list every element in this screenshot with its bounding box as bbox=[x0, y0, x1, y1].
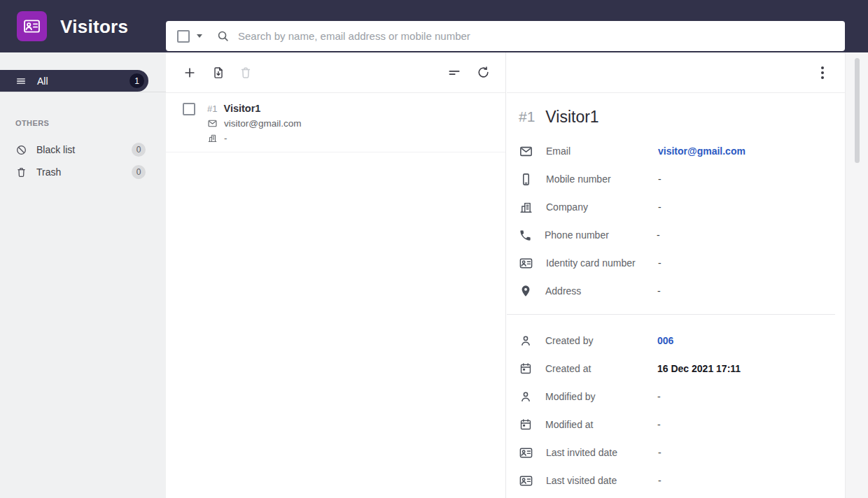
sidebar-item-trash[interactable]: Trash 0 bbox=[0, 161, 166, 183]
calendar-icon bbox=[519, 362, 533, 376]
calendar-icon bbox=[519, 418, 533, 432]
sidebar-item-label: All bbox=[37, 76, 48, 87]
detail-field-identity-card: Identity card number - bbox=[519, 249, 835, 277]
company-icon bbox=[207, 133, 218, 143]
detail-field-last-visited: Last visited date - bbox=[519, 467, 835, 495]
add-visitor-button[interactable] bbox=[183, 66, 197, 80]
visitor-list-panel: #1 Visitor1 visitor@gmail.com - bbox=[166, 52, 506, 498]
list-toolbar bbox=[166, 52, 505, 93]
list-menu-icon bbox=[15, 76, 27, 87]
field-value: - bbox=[657, 391, 661, 402]
field-value: - bbox=[657, 419, 661, 430]
email-icon bbox=[519, 144, 533, 159]
field-value-email[interactable]: visitor@gmail.com bbox=[658, 145, 746, 157]
field-label: Created by bbox=[545, 335, 657, 346]
field-label: Modified at bbox=[545, 419, 657, 430]
field-label: Mobile number bbox=[546, 173, 658, 185]
field-label: Last invited date bbox=[546, 447, 658, 458]
detail-toolbar bbox=[507, 52, 845, 93]
refresh-button[interactable] bbox=[477, 66, 490, 79]
field-value: - bbox=[658, 475, 662, 486]
field-label: Company bbox=[546, 201, 658, 213]
field-label: Phone number bbox=[545, 229, 657, 241]
field-value: - bbox=[657, 229, 660, 241]
id-card-icon bbox=[519, 446, 533, 460]
page-title: Visitors bbox=[60, 15, 128, 37]
sidebar: All 1 OTHERS Black list 0 Trash 0 bbox=[0, 52, 166, 498]
visitor-list-item[interactable]: #1 Visitor1 visitor@gmail.com - bbox=[166, 93, 505, 152]
company-icon bbox=[519, 200, 533, 215]
detail-group-divider bbox=[507, 314, 835, 315]
detail-field-email: Email visitor@gmail.com bbox=[519, 137, 835, 165]
detail-field-last-invited: Last invited date - bbox=[519, 439, 835, 467]
field-label: Address bbox=[545, 285, 657, 297]
count-badge: 0 bbox=[132, 165, 146, 179]
scrollbar-thumb[interactable] bbox=[855, 58, 860, 163]
top-header: Visitors bbox=[0, 0, 868, 52]
detail-index: #1 bbox=[519, 108, 535, 125]
import-button[interactable] bbox=[211, 66, 225, 80]
search-icon bbox=[216, 29, 230, 43]
visitor-detail-panel: #1 Visitor1 Email visitor@gmail.com Mobi… bbox=[507, 52, 845, 498]
detail-field-mobile: Mobile number - bbox=[519, 165, 835, 193]
app-logo bbox=[17, 11, 47, 41]
person-icon bbox=[519, 334, 533, 348]
field-label: Identity card number bbox=[546, 257, 658, 269]
search-input[interactable] bbox=[238, 30, 835, 42]
field-label: Modified by bbox=[545, 391, 657, 402]
sidebar-section-label: OTHERS bbox=[15, 119, 166, 127]
row-company: - bbox=[224, 133, 227, 143]
detail-field-created-by: Created by 006 bbox=[519, 327, 835, 355]
field-value: 16 Dec 2021 17:11 bbox=[657, 363, 741, 374]
trash-icon bbox=[15, 166, 27, 178]
field-value: - bbox=[658, 257, 662, 269]
sidebar-item-black-list[interactable]: Black list 0 bbox=[0, 138, 166, 161]
scrollbar-track bbox=[845, 52, 868, 498]
sort-button[interactable] bbox=[447, 66, 461, 80]
field-label: Created at bbox=[545, 363, 657, 374]
delete-button[interactable] bbox=[239, 66, 253, 80]
detail-field-company: Company - bbox=[519, 193, 835, 221]
detail-visitor-name: Visitor1 bbox=[545, 108, 598, 127]
email-icon bbox=[207, 118, 218, 129]
field-label: Email bbox=[546, 145, 658, 157]
sidebar-divider bbox=[0, 92, 166, 92]
sidebar-item-label: Black list bbox=[36, 144, 75, 155]
field-value: - bbox=[657, 285, 661, 297]
field-value: - bbox=[658, 447, 662, 458]
row-index: #1 bbox=[207, 104, 217, 114]
detail-field-phone: Phone number - bbox=[519, 221, 835, 249]
detail-field-address: Address - bbox=[519, 277, 835, 305]
field-value-created-by[interactable]: 006 bbox=[657, 335, 673, 346]
contact-card-icon bbox=[22, 17, 41, 36]
count-badge: 0 bbox=[132, 143, 146, 157]
row-email: visitor@gmail.com bbox=[224, 118, 301, 129]
phone-icon bbox=[519, 229, 532, 242]
detail-title: #1 Visitor1 bbox=[519, 103, 835, 131]
mobile-icon bbox=[519, 172, 533, 187]
detail-field-modified-by: Modified by - bbox=[519, 383, 835, 411]
block-icon bbox=[15, 144, 27, 156]
detail-field-created-at: Created at 16 Dec 2021 17:11 bbox=[519, 355, 835, 383]
person-icon bbox=[519, 390, 533, 404]
id-card-icon bbox=[519, 256, 533, 271]
row-checkbox[interactable] bbox=[183, 103, 195, 115]
select-all-checkbox[interactable] bbox=[177, 30, 190, 43]
field-label: Last visited date bbox=[546, 475, 658, 486]
more-actions-button[interactable] bbox=[818, 64, 827, 82]
detail-field-modified-at: Modified at - bbox=[519, 411, 835, 439]
field-value: - bbox=[658, 201, 662, 213]
location-icon bbox=[519, 284, 533, 298]
sidebar-item-label: Trash bbox=[36, 166, 61, 178]
sidebar-item-all[interactable]: All 1 bbox=[0, 70, 148, 92]
row-visitor-name: Visitor1 bbox=[223, 103, 260, 114]
id-card-icon bbox=[519, 474, 533, 488]
chevron-down-icon[interactable] bbox=[197, 34, 202, 38]
count-badge: 1 bbox=[130, 73, 144, 88]
field-value: - bbox=[658, 173, 662, 185]
search-bar bbox=[166, 21, 845, 51]
